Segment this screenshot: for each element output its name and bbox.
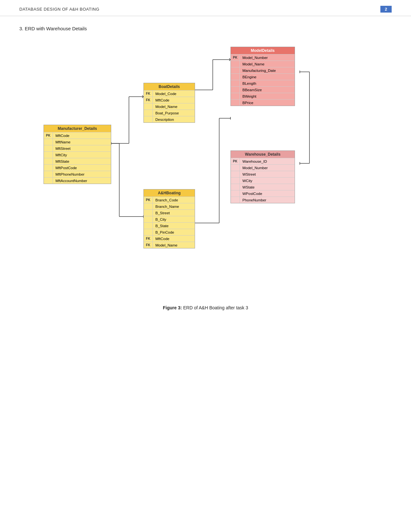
- mfr-row-4: MftCity: [44, 151, 111, 158]
- mfr-row-8: MftAccountNumber: [44, 177, 111, 184]
- entity-ahboating: A&HBoating PK Branch_Code Branch_Name B_…: [143, 189, 195, 248]
- model-details-row-4: BEngine: [231, 73, 295, 80]
- ahboating-header: A&HBoating: [144, 189, 195, 197]
- manufacturer-header: Manufacturer_Details: [44, 125, 111, 132]
- figure-caption: Figure 3: ERD of A&H Boating after task …: [0, 299, 411, 314]
- ahboating-row-6: B_PinCode: [144, 229, 195, 235]
- warehouse-row-6: WPostCode: [231, 190, 295, 197]
- ahboating-row-8: FK Model_Name: [144, 242, 195, 248]
- warehouse-row-3: WStreet: [231, 171, 295, 177]
- boat-row-3: Model_Name: [144, 103, 195, 110]
- entity-manufacturer-details: Manufacturer_Details PK MftCode MftName …: [44, 125, 111, 184]
- ahboating-row-4: B_City: [144, 216, 195, 222]
- mfr-row-2: MftName: [44, 139, 111, 145]
- mfr-row-7: MftPhoneNumber: [44, 171, 111, 177]
- warehouse-row-4: WCity: [231, 177, 295, 184]
- warehouse-header: Warehouse_Details: [231, 151, 295, 158]
- entity-warehouse-details: Warehouse_Details PK Warehouse_ID Model_…: [230, 150, 295, 203]
- ahboating-row-1: PK Branch_Code: [144, 197, 195, 203]
- figure-caption-bold: Figure 3:: [163, 305, 182, 310]
- figure-caption-text: ERD of A&H Boating after task 3: [182, 305, 248, 310]
- erd-container: ModelDetails PK Model_Number Model_Name …: [19, 41, 392, 292]
- boat-row-2: FK MftCode: [144, 97, 195, 103]
- mfr-row-1: PK MftCode: [44, 132, 111, 139]
- mfr-row-3: MftStreet: [44, 145, 111, 151]
- boat-row-1: FK Model_Code: [144, 90, 195, 97]
- boat-row-5: Description: [144, 116, 195, 122]
- boat-row-4: Boat_Purpose: [144, 110, 195, 116]
- model-details-row-8: BPrice: [231, 99, 295, 106]
- model-details-row-7: BWeight: [231, 93, 295, 99]
- page-number: 2: [380, 6, 392, 13]
- page-title: DATABASE DESIGN OF A&H BOATING: [19, 7, 99, 12]
- section-heading: 3. ERD with Warehouse Details: [0, 16, 411, 34]
- warehouse-row-2: Model_Number: [231, 164, 295, 171]
- warehouse-row-7: PhoneNumber: [231, 197, 295, 203]
- ahboating-row-3: B_Street: [144, 209, 195, 216]
- boat-details-header: BoatDetails: [144, 83, 195, 90]
- page-header: DATABASE DESIGN OF A&H BOATING 2: [0, 0, 411, 16]
- model-details-row-3: Manufacturing_Date: [231, 67, 295, 73]
- mfr-row-5: MftState: [44, 158, 111, 164]
- warehouse-row-5: WState: [231, 184, 295, 190]
- mfr-row-6: MftPostCode: [44, 164, 111, 171]
- model-details-row-1: PK Model_Number: [231, 54, 295, 61]
- model-details-header: ModelDetails: [231, 47, 295, 54]
- entity-boat-details: BoatDetails FK Model_Code FK MftCode Mod…: [143, 83, 195, 123]
- ahboating-row-5: B_State: [144, 222, 195, 229]
- ahboating-row-7: FK MftCode: [144, 235, 195, 242]
- model-details-row-2: Model_Name: [231, 61, 295, 67]
- entity-model-details: ModelDetails PK Model_Number Model_Name …: [230, 47, 295, 106]
- model-details-row-6: BBeamSize: [231, 86, 295, 93]
- ahboating-row-2: Branch_Name: [144, 203, 195, 209]
- warehouse-row-1: PK Warehouse_ID: [231, 158, 295, 164]
- model-details-row-5: BLength: [231, 80, 295, 86]
